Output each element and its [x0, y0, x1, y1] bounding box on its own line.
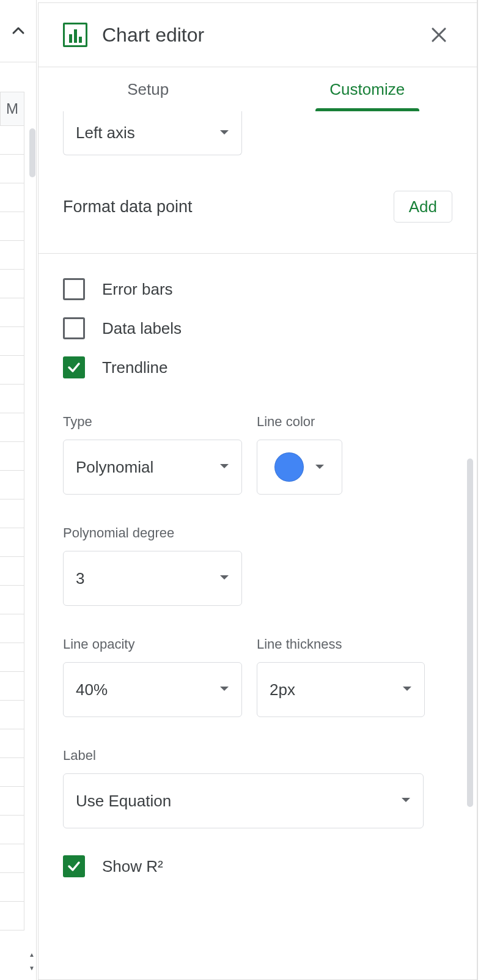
row-header[interactable] [0, 701, 24, 729]
row-header[interactable] [0, 614, 24, 643]
row-header[interactable] [0, 442, 24, 471]
row-header[interactable] [0, 385, 24, 413]
trendline-row: Trendline [63, 356, 452, 378]
row-header[interactable] [0, 298, 24, 327]
row-header[interactable] [0, 499, 24, 528]
trendline-label: Trendline [102, 358, 167, 377]
check-icon [67, 360, 81, 375]
line-opacity-select[interactable]: 40% [63, 662, 242, 717]
format-data-point-title: Format data point [63, 197, 193, 216]
row-header[interactable] [0, 902, 24, 930]
data-labels-label: Data labels [102, 319, 182, 338]
trendline-checkbox[interactable] [63, 356, 85, 378]
chevron-down-icon [402, 685, 412, 694]
add-button-label: Add [409, 197, 437, 216]
row-header[interactable] [0, 557, 24, 586]
chevron-down-icon [219, 574, 229, 583]
row-header[interactable] [0, 471, 24, 499]
close-icon [430, 26, 448, 44]
section-divider [39, 253, 477, 254]
chart-icon [63, 23, 87, 47]
polynomial-degree-label: Polynomial degree [63, 525, 452, 541]
row-header[interactable] [0, 758, 24, 787]
trendline-label-value: Use Equation [76, 792, 171, 811]
error-bars-label: Error bars [102, 280, 173, 299]
spreadsheet-background: M ▲ ▼ [0, 0, 37, 980]
type-label: Type [63, 414, 242, 430]
panel-right-border [477, 0, 478, 980]
show-r2-checkbox[interactable] [63, 855, 85, 877]
chevron-down-icon [219, 129, 229, 138]
line-thickness-label: Line thickness [257, 636, 425, 652]
line-color-select[interactable] [257, 440, 342, 495]
row-header[interactable] [0, 327, 24, 356]
row-header[interactable] [0, 844, 24, 873]
line-thickness-select[interactable]: 2px [257, 662, 425, 717]
panel-title: Chart editor [102, 24, 425, 46]
row-header[interactable] [0, 183, 24, 212]
chevron-down-icon [219, 463, 229, 471]
scroll-down-button[interactable]: ▼ [26, 962, 38, 974]
chevron-down-icon [219, 685, 229, 694]
row-header[interactable] [0, 873, 24, 902]
chart-editor-panel: Chart editor Setup Customize Left axis F… [38, 2, 477, 980]
panel-scrollbar-thumb[interactable] [467, 459, 473, 807]
axis-select[interactable]: Left axis [63, 111, 242, 155]
row-header[interactable] [0, 241, 24, 270]
row-header[interactable] [0, 270, 24, 298]
tab-customize-label: Customize [329, 80, 405, 99]
trendline-label-select[interactable]: Use Equation [63, 773, 424, 828]
trendline-type-select[interactable]: Polynomial [63, 440, 242, 495]
error-bars-row: Error bars [63, 278, 452, 300]
data-labels-checkbox[interactable] [63, 317, 85, 339]
trendline-type-value: Polynomial [76, 458, 153, 477]
axis-select-value: Left axis [76, 123, 135, 142]
close-button[interactable] [425, 21, 452, 48]
polynomial-degree-value: 3 [76, 569, 84, 588]
chevron-down-icon [401, 797, 411, 805]
tab-setup[interactable]: Setup [39, 67, 258, 111]
trendline-label-label: Label [63, 748, 452, 764]
data-labels-row: Data labels [63, 317, 452, 339]
error-bars-checkbox[interactable] [63, 278, 85, 300]
row-header[interactable] [0, 155, 24, 183]
row-header[interactable] [0, 528, 24, 557]
panel-header: Chart editor [39, 3, 477, 67]
add-data-point-button[interactable]: Add [394, 191, 452, 223]
scroll-up-button[interactable]: ▲ [26, 948, 38, 960]
color-swatch [274, 452, 304, 482]
line-thickness-value: 2px [270, 680, 295, 699]
tab-customize[interactable]: Customize [258, 67, 477, 111]
show-r2-row: Show R² [63, 855, 452, 877]
row-header[interactable] [0, 586, 24, 614]
row-header[interactable] [0, 413, 24, 442]
toolbar-chevron-up[interactable] [0, 0, 37, 62]
row-header[interactable] [0, 816, 24, 844]
line-opacity-value: 40% [76, 680, 108, 699]
row-header[interactable] [0, 356, 24, 385]
row-header[interactable] [0, 729, 24, 758]
line-color-label: Line color [257, 414, 342, 430]
row-headers [0, 126, 24, 930]
tab-setup-label: Setup [127, 80, 169, 99]
customize-scroll-area: Left axis Format data point Add Error ba… [39, 111, 477, 979]
row-header[interactable] [0, 212, 24, 241]
chevron-down-icon [315, 462, 325, 473]
row-header[interactable] [0, 672, 24, 701]
column-header-label: M [6, 100, 18, 117]
chevron-up-icon [11, 24, 26, 39]
tabs: Setup Customize [39, 67, 477, 111]
row-header[interactable] [0, 787, 24, 816]
format-data-point-row: Format data point Add [63, 191, 452, 223]
show-r2-label: Show R² [102, 857, 163, 876]
polynomial-degree-select[interactable]: 3 [63, 551, 242, 606]
check-icon [67, 859, 81, 874]
sheet-scrollbar-thumb[interactable] [29, 128, 35, 177]
column-header[interactable]: M [0, 92, 24, 126]
row-header[interactable] [0, 643, 24, 672]
row-header[interactable] [0, 126, 24, 155]
line-opacity-label: Line opacity [63, 636, 242, 652]
